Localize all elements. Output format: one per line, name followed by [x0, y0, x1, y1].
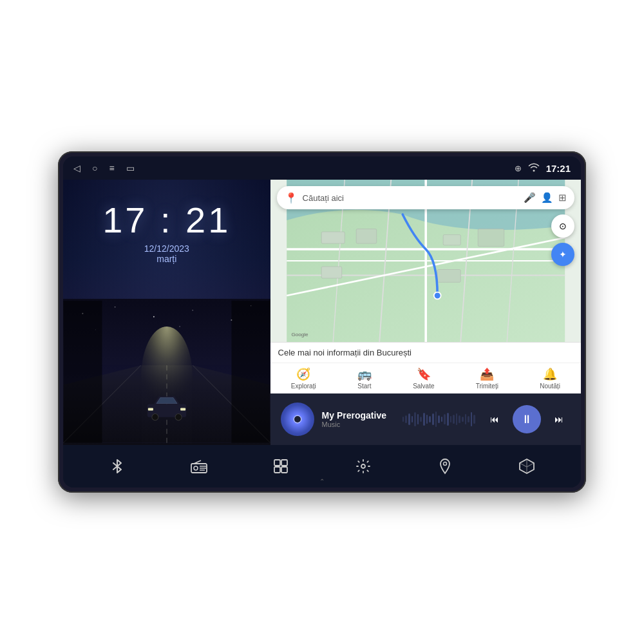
explore-label: Explorați	[291, 383, 316, 390]
svg-rect-28	[356, 229, 377, 244]
main-content: 17 : 21 12/12/2023 marți	[63, 180, 581, 445]
bluetooth-icon	[109, 459, 125, 474]
svg-point-34	[433, 292, 440, 299]
music-info: My Prerogative Music	[322, 410, 395, 428]
svg-point-37	[194, 466, 198, 470]
map-info-text: Cele mai noi informații din București	[278, 348, 412, 357]
svg-point-2	[115, 307, 116, 308]
svg-rect-43	[281, 460, 287, 466]
home-button[interactable]: ○	[92, 163, 97, 173]
nav-saved[interactable]: 🔖 Salvate	[413, 367, 434, 390]
clock-widget: 17 : 21 12/12/2023 marți	[102, 199, 231, 264]
nav-send[interactable]: 📤 Trimiteți	[476, 367, 498, 390]
svg-text:Google: Google	[291, 332, 308, 337]
road-svg	[63, 299, 270, 445]
svg-rect-29	[443, 235, 460, 245]
dock-apps[interactable]	[267, 452, 295, 480]
svg-point-35	[294, 415, 301, 423]
radio-icon	[191, 459, 207, 473]
map-pin-icon: 📍	[285, 192, 298, 204]
nav-start[interactable]: 🚌 Start	[357, 367, 372, 390]
nav-news[interactable]: 🔔 Noutăți	[540, 367, 560, 390]
svg-point-47	[443, 462, 446, 466]
bottom-dock: ⌃	[63, 445, 581, 488]
nav-buttons: ◁ ○ ≡ ▭	[73, 163, 135, 173]
wifi-icon	[528, 163, 540, 174]
layer-button[interactable]: ⊙	[551, 214, 574, 238]
dock-settings[interactable]	[349, 452, 377, 480]
svg-point-15	[152, 414, 158, 421]
status-indicators: ⊕ 17:21	[515, 163, 571, 174]
clock-date: 12/12/2023	[102, 243, 231, 254]
car-road	[63, 299, 270, 445]
start-icon: 🚌	[357, 367, 372, 381]
dock-yandex[interactable]	[513, 452, 541, 480]
screen: ◁ ○ ≡ ▭ ⊕ 17:21	[63, 156, 581, 488]
music-title: My Prerogative	[322, 410, 395, 421]
svg-rect-11	[231, 301, 270, 443]
svg-rect-13	[148, 408, 153, 411]
news-label: Noutăți	[540, 383, 560, 390]
svg-point-46	[361, 464, 365, 468]
svg-rect-30	[478, 229, 504, 247]
map-fab-buttons: ⊙ ✦	[551, 214, 574, 266]
svg-rect-42	[274, 460, 280, 466]
dock-radio[interactable]	[185, 452, 213, 480]
yandex-icon	[518, 458, 535, 475]
nav-explore[interactable]: 🧭 Explorați	[291, 367, 316, 390]
location-icon: ⊕	[515, 164, 522, 173]
album-art-icon	[289, 410, 307, 428]
left-panel: 17 : 21 12/12/2023 marți	[63, 180, 270, 445]
map-info-bar: Cele mai noi informații din București	[270, 342, 581, 363]
car-scene	[63, 299, 270, 445]
explore-icon: 🧭	[296, 367, 310, 381]
back-button[interactable]: ◁	[73, 163, 80, 173]
album-art	[281, 402, 314, 436]
status-bar: ◁ ○ ≡ ▭ ⊕ 17:21	[63, 156, 581, 180]
account-icon[interactable]: 👤	[541, 192, 553, 204]
saved-icon: 🔖	[417, 367, 431, 381]
svg-rect-10	[63, 301, 102, 443]
svg-rect-14	[180, 408, 185, 411]
svg-point-3	[153, 316, 155, 317]
map-area[interactable]: Google 📍 Căutați aici 🎤 👤 ⊞	[270, 180, 581, 342]
maps-icon	[438, 458, 452, 475]
navigate-button[interactable]: ✦	[551, 243, 574, 266]
dock-chevron: ⌃	[319, 478, 325, 485]
next-button[interactable]: ⏭	[547, 408, 571, 431]
car-display-device: ◁ ○ ≡ ▭ ⊕ 17:21	[58, 151, 586, 493]
svg-rect-31	[321, 267, 342, 278]
dock-bluetooth[interactable]	[103, 452, 131, 480]
send-icon: 📤	[480, 367, 494, 381]
status-time: 17:21	[546, 163, 571, 174]
music-waveform	[402, 410, 475, 429]
play-pause-button[interactable]: ⏸	[513, 405, 541, 433]
saved-label: Salvate	[413, 383, 434, 390]
menu-button[interactable]: ≡	[109, 163, 114, 173]
svg-rect-27	[321, 232, 345, 243]
music-source: Music	[322, 421, 395, 428]
map-search-icons: 🎤 👤 ⊞	[524, 192, 567, 204]
send-label: Trimiteți	[476, 383, 498, 390]
music-controls: ⏮ ⏸ ⏭	[483, 405, 571, 433]
svg-point-16	[175, 414, 182, 421]
map-search-bar[interactable]: 📍 Căutați aici 🎤 👤 ⊞	[277, 186, 574, 209]
dock-maps[interactable]	[431, 452, 459, 480]
settings-icon	[355, 459, 371, 474]
svg-point-4	[192, 310, 193, 311]
music-player: My Prerogative Music ⏮ ⏸ ⏭	[270, 393, 581, 445]
news-icon: 🔔	[543, 367, 557, 381]
svg-rect-44	[274, 467, 280, 473]
screenshot-button[interactable]: ▭	[126, 163, 135, 173]
map-nav-strip: 🧭 Explorați 🚌 Start 🔖 Salvate 📤 Trimiteț…	[270, 363, 581, 393]
prev-button[interactable]: ⏮	[483, 408, 506, 431]
clock-time: 17 : 21	[102, 199, 231, 241]
map-search-text[interactable]: Căutați aici	[303, 193, 518, 203]
svg-rect-45	[281, 467, 287, 473]
clock-day: marți	[102, 254, 231, 264]
svg-point-8	[179, 327, 180, 328]
mic-icon[interactable]: 🎤	[524, 192, 536, 204]
right-panel: Google 📍 Căutați aici 🎤 👤 ⊞	[270, 180, 581, 445]
svg-rect-32	[437, 270, 460, 283]
grid-icon[interactable]: ⊞	[558, 192, 567, 204]
